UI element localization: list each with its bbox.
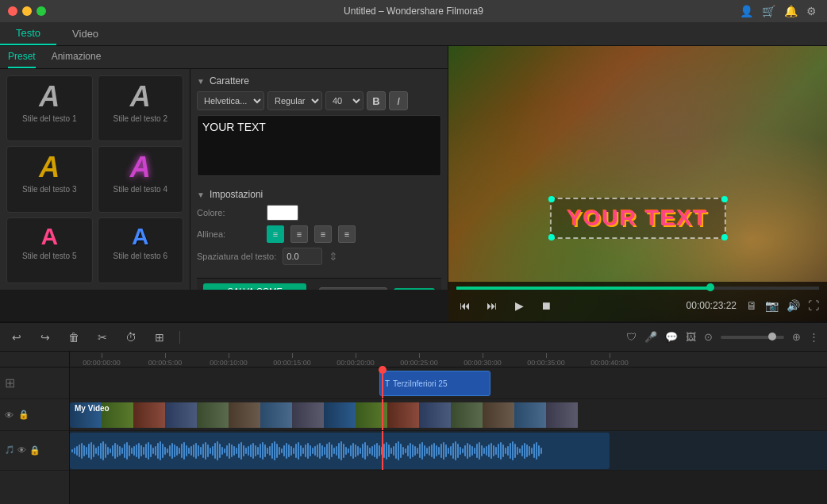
corner-handle-bl[interactable] <box>548 234 554 240</box>
avanzate-button[interactable]: AVANZATE <box>319 287 387 290</box>
video-thumbnails <box>70 402 610 428</box>
italic-button[interactable]: I <box>389 91 408 110</box>
ok-button[interactable]: OK <box>394 288 435 290</box>
track-row-video: My Video <box>70 399 827 431</box>
camera-icon[interactable]: 📷 <box>765 299 779 312</box>
sub-tab-preset[interactable]: Preset <box>8 51 36 68</box>
spaziatura-spinner[interactable]: ⇕ <box>329 250 338 263</box>
allinea-row: Allinea: ≡ ≡ ≡ ≡ <box>197 225 441 243</box>
carattere-header[interactable]: ▼ Carattere <box>197 75 441 87</box>
ruler-spacer <box>0 352 69 367</box>
timeline-section: ↩ ↪ 🗑 ✂ ⏱ ⊞ 🛡 🎤 💬 🖼 ⊙ ⊕ ⋮ ⊞ <box>0 321 827 504</box>
text-clip[interactable]: T TerziInferiori 25 <box>379 371 490 396</box>
colore-row: Colore: <box>197 205 441 221</box>
zoom-thumb[interactable] <box>768 333 776 340</box>
align-justify-button[interactable]: ≡ <box>338 225 356 243</box>
preset-item-2[interactable]: A Stile del testo 2 <box>98 75 184 141</box>
circle-icon[interactable]: ⊙ <box>704 331 713 343</box>
seekbar-thumb[interactable] <box>706 283 714 291</box>
preset-letter-1: A <box>39 83 60 111</box>
protect-icon[interactable]: 🛡 <box>626 331 637 343</box>
preset-item-5[interactable]: A Stile del testo 5 <box>6 217 93 283</box>
track-add-icon[interactable]: ⊞ <box>5 375 15 391</box>
preset-letter-5: A <box>40 225 58 248</box>
text-clip-label: TerziInferiori 25 <box>393 379 447 388</box>
preview-panel: YOUR TEXT ⏮ ⏭ ▶ ⏹ 00:00:23:22 🖥 📷 🔊 ⛶ <box>448 46 827 321</box>
ruler-0: 00:00:00:00 <box>70 353 133 367</box>
audio-lock-icon[interactable]: 🔒 <box>29 445 40 456</box>
preset-item-1[interactable]: A Stile del testo 1 <box>6 75 93 141</box>
carattere-section: ▼ Carattere Helvetica... Regular 40 <box>197 75 441 181</box>
minimize-button[interactable] <box>22 6 32 16</box>
preset-item-4[interactable]: A Stile del testo 4 <box>98 146 184 212</box>
audio-eye-icon[interactable]: 👁 <box>17 445 26 456</box>
close-button[interactable] <box>8 6 17 16</box>
colore-label: Colore: <box>197 208 260 217</box>
video-thumb-7 <box>260 402 292 428</box>
track-eye-icon[interactable]: 👁 <box>5 410 13 420</box>
align-right-button[interactable]: ≡ <box>314 225 332 243</box>
video-clip[interactable]: My Video <box>70 402 610 428</box>
maximize-button[interactable] <box>37 6 46 16</box>
align-left-button[interactable]: ≡ <box>267 225 284 243</box>
align-center-button[interactable]: ≡ <box>290 225 308 243</box>
play-button[interactable]: ▶ <box>510 297 528 314</box>
font-size-select[interactable]: 40 <box>325 91 363 110</box>
settings-icon[interactable]: ⚙ <box>806 5 819 17</box>
bold-button[interactable]: B <box>367 91 386 110</box>
spaziatura-input[interactable] <box>283 248 322 265</box>
mic-icon[interactable]: 🎤 <box>644 331 657 343</box>
caption-icon[interactable]: 💬 <box>665 331 678 343</box>
preview-text-container[interactable]: YOUR TEXT <box>549 198 725 239</box>
top-tabs: Testo Video <box>0 22 827 46</box>
account-icon[interactable]: 👤 <box>740 5 752 17</box>
impostazioni-section: ▼ Impostazioni Colore: Allinea: ≡ ≡ ≡ ≡ <box>197 189 441 270</box>
text-input[interactable]: YOUR TEXT <box>202 121 436 168</box>
zoom-track[interactable] <box>721 336 784 339</box>
track-lock-icon[interactable]: 🔒 <box>18 410 29 420</box>
bell-icon[interactable]: 🔔 <box>784 5 797 17</box>
cart-icon[interactable]: 🛒 <box>762 5 775 17</box>
video-thumb-16 <box>546 402 578 428</box>
corner-handle-br[interactable] <box>721 234 728 240</box>
fullscreen-icon[interactable]: ⛶ <box>808 299 819 312</box>
stop-button[interactable]: ⏹ <box>537 297 555 314</box>
salva-preset-button[interactable]: SALVA COME PRESET <box>203 283 306 290</box>
redo-button[interactable]: ↪ <box>37 329 54 346</box>
rewind-button[interactable]: ⏮ <box>456 297 474 314</box>
sub-tab-animazione[interactable]: Animazione <box>52 51 102 68</box>
font-style-select[interactable]: Regular <box>267 91 322 110</box>
preset-item-6[interactable]: A Stile del testo 6 <box>98 217 184 283</box>
corner-handle-tl[interactable] <box>548 196 554 202</box>
preset-item-3[interactable]: A Stile del testo 3 <box>6 146 93 212</box>
delete-button[interactable]: 🗑 <box>65 329 83 346</box>
video-thumb-8 <box>292 402 324 428</box>
adjust-button[interactable]: ⊞ <box>151 329 168 346</box>
seekbar[interactable] <box>456 287 819 290</box>
ruler-40: 00:00:40:00 <box>578 353 641 367</box>
tab-video[interactable]: Video <box>56 22 114 45</box>
track-row-text: T TerziInferiori 25 <box>70 367 827 399</box>
color-swatch[interactable] <box>267 205 298 221</box>
timeline-content: ⊞ 👁 🔒 🎵 👁 🔒 00:00:00:00 <box>0 352 827 504</box>
video-thumb-5 <box>197 402 229 428</box>
font-family-select[interactable]: Helvetica... <box>197 91 264 110</box>
scissors-button[interactable]: ✂ <box>94 329 111 346</box>
monitor-icon[interactable]: 🖥 <box>746 299 757 312</box>
tab-testo[interactable]: Testo <box>0 22 56 45</box>
window-title: Untitled – Wondershare Filmora9 <box>344 6 483 17</box>
corner-handle-tr[interactable] <box>721 196 728 202</box>
step-back-button[interactable]: ⏭ <box>483 297 501 314</box>
zoom-plus-icon[interactable]: ⊕ <box>792 331 801 343</box>
allinea-label: Allinea: <box>197 229 260 239</box>
sub-tabs: Preset Animazione <box>0 46 448 69</box>
history-button[interactable]: ⏱ <box>122 329 140 346</box>
impostazioni-header[interactable]: ▼ Impostazioni <box>197 189 441 200</box>
more-icon[interactable]: ⋮ <box>809 331 819 343</box>
volume-icon[interactable]: 🔊 <box>787 299 800 312</box>
font-controls: Helvetica... Regular 40 B I <box>197 91 441 110</box>
audio-clip[interactable] <box>70 433 610 469</box>
undo-button[interactable]: ↩ <box>8 329 25 346</box>
image-icon[interactable]: 🖼 <box>686 331 696 343</box>
left-panel: Preset Animazione A Stile del testo 1 A … <box>0 46 448 290</box>
